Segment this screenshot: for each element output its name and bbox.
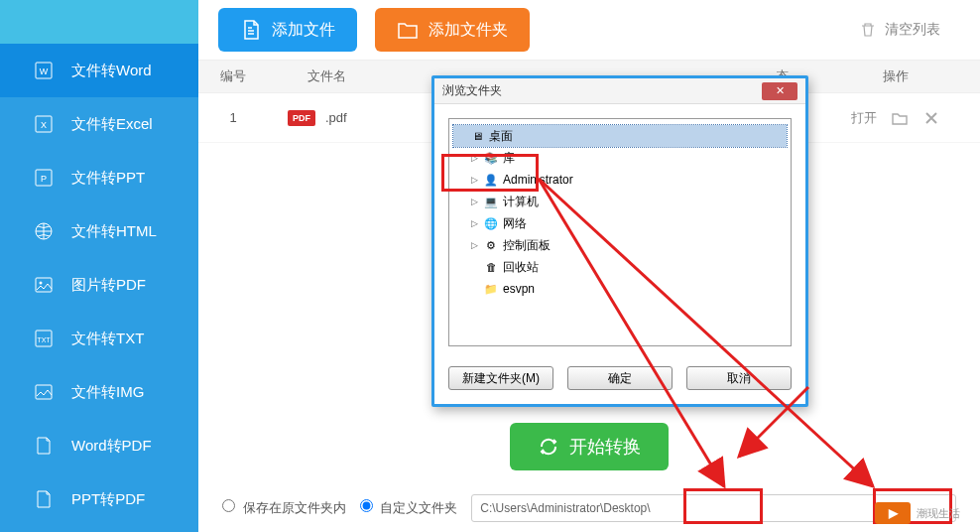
tree-item[interactable]: ▷🌐网络 xyxy=(453,212,787,234)
sidebar-label: PPT转PDF xyxy=(71,490,145,509)
col-header-ops: 操作 xyxy=(811,67,980,85)
tree-item[interactable]: 📁esvpn xyxy=(453,278,787,300)
sidebar-label: 文件转Word xyxy=(71,62,152,80)
sidebar-label: 文件转HTML xyxy=(71,222,157,241)
svg-text:P: P xyxy=(41,174,47,184)
excel-icon: X xyxy=(32,112,56,136)
img-icon xyxy=(32,380,56,404)
dialog-titlebar[interactable]: 浏览文件夹 ✕ xyxy=(434,78,805,104)
sidebar-label: Word转PDF xyxy=(71,437,152,456)
convert-area: 开始转换 xyxy=(198,399,980,484)
sidebar-label: 文件转IMG xyxy=(71,383,144,402)
toolbar: 添加文件 添加文件夹 清空列表 xyxy=(198,0,980,60)
sidebar-item-imgpdf[interactable]: 图片转PDF xyxy=(0,258,198,312)
watermark-logo: ▶ xyxy=(875,502,911,524)
browse-folder-dialog: 浏览文件夹 ✕ 🖥桌面▷📚库▷👤Administrator▷💻计算机▷🌐网络▷⚙… xyxy=(431,75,808,407)
sidebar-item-wordpdf[interactable]: Word转PDF xyxy=(0,419,198,472)
row-ops: 打开 xyxy=(811,109,980,127)
tree-item[interactable]: ▷💻计算机 xyxy=(453,191,787,212)
sidebar-header xyxy=(0,0,198,44)
html-icon xyxy=(32,219,56,243)
add-folder-button[interactable]: 添加文件夹 xyxy=(375,8,530,52)
folder-icon xyxy=(397,19,419,41)
custom-folder-radio[interactable]: 自定义文件夹 xyxy=(360,499,458,517)
tree-item[interactable]: 🖥桌面 xyxy=(453,125,787,147)
txt-icon: TXT xyxy=(32,327,56,350)
start-convert-button[interactable]: 开始转换 xyxy=(510,423,669,470)
folder-tree[interactable]: 🖥桌面▷📚库▷👤Administrator▷💻计算机▷🌐网络▷⚙控制面板🗑回收站… xyxy=(448,118,792,346)
cancel-button[interactable]: 取消 xyxy=(686,366,792,390)
sidebar-item-html[interactable]: 文件转HTML xyxy=(0,204,198,258)
col-header-num: 编号 xyxy=(198,67,268,85)
footer: 保存在原文件夹内 自定义文件夹 xyxy=(198,484,980,532)
save-original-radio[interactable]: 保存在原文件夹内 xyxy=(222,499,346,517)
sidebar-item-pptpdf[interactable]: PPT转PDF xyxy=(0,472,198,526)
sidebar-item-txt[interactable]: TXT 文件转TXT xyxy=(0,312,198,365)
sidebar-label: 文件转TXT xyxy=(71,330,144,348)
close-icon[interactable]: ✕ xyxy=(762,82,797,100)
svg-text:W: W xyxy=(40,66,49,76)
new-folder-button[interactable]: 新建文件夹(M) xyxy=(448,366,553,390)
refresh-icon xyxy=(538,436,559,458)
sidebar: W 文件转Word X 文件转Excel P 文件转PPT 文件转HTML 图片… xyxy=(0,0,198,532)
pdf-icon xyxy=(32,434,56,458)
word-icon: W xyxy=(32,59,56,82)
pdf-badge: PDF xyxy=(288,110,315,126)
ppt-icon: P xyxy=(32,166,56,190)
pdf-icon xyxy=(32,487,56,511)
tree-item[interactable]: ▷👤Administrator xyxy=(453,169,787,191)
trash-icon xyxy=(859,21,877,39)
open-folder-icon[interactable] xyxy=(891,109,909,127)
sidebar-item-excel[interactable]: X 文件转Excel xyxy=(0,97,198,151)
dialog-title: 浏览文件夹 xyxy=(442,82,502,99)
file-name: .pdf xyxy=(325,110,347,125)
clear-list-button[interactable]: 清空列表 xyxy=(859,21,940,39)
sidebar-item-ppt[interactable]: P 文件转PPT xyxy=(0,151,198,204)
svg-rect-7 xyxy=(36,278,52,292)
svg-text:X: X xyxy=(41,120,47,130)
sidebar-label: 文件转Excel xyxy=(71,115,153,134)
ok-button[interactable]: 确定 xyxy=(567,366,673,390)
tree-item[interactable]: ▷⚙控制面板 xyxy=(453,234,787,256)
watermark: ▶ 潮现生活 xyxy=(875,502,960,524)
watermark-text: 潮现生活 xyxy=(917,506,960,521)
tree-item[interactable]: 🗑回收站 xyxy=(453,256,787,278)
sidebar-label: 图片转PDF xyxy=(71,276,146,295)
svg-text:TXT: TXT xyxy=(37,336,51,343)
sidebar-item-img[interactable]: 文件转IMG xyxy=(0,365,198,419)
sidebar-label: 文件转PPT xyxy=(71,169,145,188)
remove-icon[interactable] xyxy=(922,109,940,127)
file-icon xyxy=(240,19,262,41)
row-num: 1 xyxy=(198,110,268,125)
image-icon xyxy=(32,273,56,297)
add-file-button[interactable]: 添加文件 xyxy=(218,8,357,52)
tree-item[interactable]: ▷📚库 xyxy=(453,147,787,169)
open-link[interactable]: 打开 xyxy=(851,109,877,127)
sidebar-item-word[interactable]: W 文件转Word xyxy=(0,44,198,97)
svg-point-8 xyxy=(40,282,43,285)
